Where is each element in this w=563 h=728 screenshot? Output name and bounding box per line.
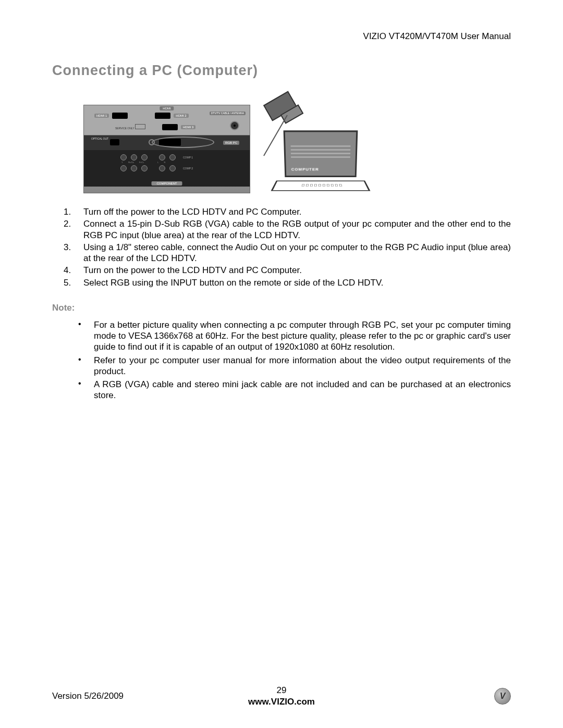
service-port-icon <box>135 124 145 129</box>
r-label: R <box>164 161 165 164</box>
instruction-number: 3. <box>52 242 83 264</box>
bullet-icon: • <box>78 355 94 377</box>
comp-port-icon <box>120 165 127 171</box>
bullet-icon: • <box>78 319 94 353</box>
comp-port-icon <box>169 165 176 171</box>
antenna-jack-icon <box>230 121 239 130</box>
y-label: Y <box>121 161 123 164</box>
pb-label: Pb/Cb <box>128 161 134 164</box>
page-number: 29 <box>205 685 358 696</box>
instruction-item: 4. Turn on the power to the LCD HDTV and… <box>52 265 511 276</box>
hdmi3-label: HDMI 3 <box>181 125 195 129</box>
service-label: SERVICE ONLY <box>115 127 134 130</box>
instruction-number: 2. <box>52 218 83 241</box>
note-item: • Refer to your pc computer user manual … <box>52 355 511 377</box>
antenna-label: DTV/TV CABLE / ANTENNA <box>210 112 246 115</box>
comp-port-icon <box>131 165 137 171</box>
instruction-item: 5. Select RGB using the INPUT button on … <box>52 277 511 288</box>
hdmi2-label: HDMI 2 <box>174 114 188 118</box>
instruction-text: Connect a 15-pin D-Sub RGB (VGA) cable t… <box>83 218 511 241</box>
laptop-diagram: COMPUTER ▯▯▯▯▯▯▯▯▯▯ <box>266 89 381 193</box>
instruction-list: 1. Turn off the power to the LCD HDTV an… <box>52 206 511 288</box>
hdmi3-port-icon <box>162 124 178 130</box>
comp-port-icon <box>141 154 148 161</box>
pc-audio-jack-icon <box>149 139 155 145</box>
note-text: A RGB (VGA) cable and stereo mini jack c… <box>94 379 511 401</box>
instruction-text: Using a 1/8" stereo cable, connect the A… <box>83 242 511 264</box>
comp2-label: COMP 2 <box>183 167 193 170</box>
note-list: • For a better picture quality when conn… <box>52 319 511 401</box>
instruction-item: 3. Using a 1/8" stereo cable, connect th… <box>52 242 511 264</box>
note-text: For a better picture quality when connec… <box>94 319 511 353</box>
laptop-keyboard-icon: ▯▯▯▯▯▯▯▯▯▯ <box>271 181 370 191</box>
rgb-pc-label: RGB PC <box>223 141 239 145</box>
component-label: COMPONENT <box>152 181 182 186</box>
tv-back-panel-diagram: HDMI HDMI 1 HDMI 2 SERVICE ONLY HDMI 3 D… <box>83 105 250 193</box>
hdmi1-port-icon <box>112 113 128 119</box>
note-text: Refer to your pc computer user manual fo… <box>94 355 511 377</box>
comp-port-icon <box>120 154 127 161</box>
optical-out-label: OPTICAL OUT <box>91 138 108 141</box>
comp-port-icon <box>131 154 137 161</box>
instruction-number: 5. <box>52 277 83 288</box>
instruction-text: Select RGB using the INPUT button on the… <box>83 277 511 288</box>
comp-port-icon <box>159 165 165 171</box>
l-label: L <box>157 161 158 164</box>
instruction-item: 2. Connect a 15-pin D-Sub RGB (VGA) cabl… <box>52 218 511 241</box>
page-footer: Version 5/26/2009 29 www.VIZIO.com V <box>52 685 511 707</box>
pr-label: Pr/Cr <box>139 161 144 164</box>
header-manual-title: VIZIO VT420M/VT470M User Manual <box>52 31 511 42</box>
rgb-pc-port-icon <box>159 139 181 146</box>
instruction-number: 1. <box>52 206 83 217</box>
footer-version: Version 5/26/2009 <box>52 691 205 701</box>
comp1-label: COMP 1 <box>183 156 193 159</box>
section-title: Connecting a PC (Computer) <box>52 63 511 79</box>
hdmi-section-label: HDMI <box>160 106 174 110</box>
vga-connector-icon <box>266 89 318 136</box>
footer-url: www.VIZIO.com <box>205 697 358 707</box>
hdmi1-label: HDMI 1 <box>94 114 109 118</box>
bullet-icon: • <box>78 379 94 401</box>
comp-port-icon <box>141 165 148 171</box>
vizio-logo-icon: V <box>494 688 511 705</box>
note-item: • For a better picture quality when conn… <box>52 319 511 353</box>
instruction-item: 1. Turn off the power to the LCD HDTV an… <box>52 206 511 217</box>
laptop-screen-icon: COMPUTER <box>284 130 358 177</box>
optical-port-icon <box>110 139 119 145</box>
hdmi2-port-icon <box>155 113 170 119</box>
diagram-row: HDMI HDMI 1 HDMI 2 SERVICE ONLY HDMI 3 D… <box>52 89 511 193</box>
comp-port-icon <box>169 154 176 161</box>
instruction-number: 4. <box>52 265 83 276</box>
comp-port-icon <box>159 154 165 161</box>
note-item: • A RGB (VGA) cable and stereo mini jack… <box>52 379 511 401</box>
instruction-text: Turn off the power to the LCD HDTV and P… <box>83 206 511 217</box>
laptop-label: COMPUTER <box>291 167 319 172</box>
note-heading: Note: <box>52 303 511 313</box>
instruction-text: Turn on the power to the LCD HDTV and PC… <box>83 265 511 276</box>
